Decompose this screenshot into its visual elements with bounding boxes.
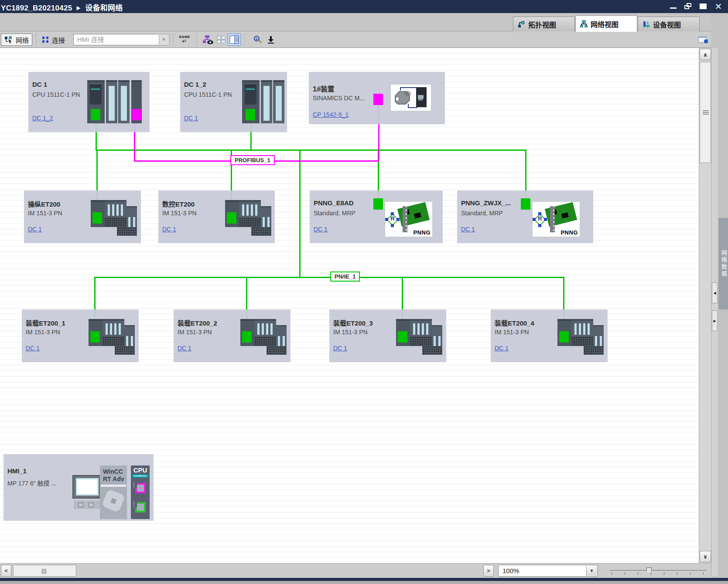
network-mode-label: 网络 (16, 35, 29, 44)
pn-port[interactable] (398, 331, 407, 343)
device-link[interactable]: DC 1 (333, 345, 347, 352)
pn-port[interactable] (90, 331, 100, 343)
device-link[interactable]: DC 1 (28, 226, 42, 233)
pn-port[interactable] (227, 212, 236, 224)
pnie-trunk-vertical[interactable] (299, 149, 301, 277)
device-link[interactable]: DC 1 (162, 226, 176, 233)
device-unit1[interactable]: 1#装置 SINAMICS DC M... CP 1542-5_1 (309, 72, 445, 124)
scroll-right-icon[interactable]: > (483, 565, 494, 577)
dp-port[interactable] (373, 94, 383, 105)
tab-topology-view[interactable]: 拓扑视图 (513, 17, 575, 31)
grid-view-button[interactable] (215, 34, 228, 46)
panel-splitter[interactable]: ◀ ▶ (711, 48, 718, 576)
device-dc1-2[interactable]: DC 1_2 CPU 1511C-1 PN DC 1 (180, 72, 287, 132)
show-addresses-icon (202, 35, 214, 44)
breadcrumb: YC1892_B20210425▶设备和网络 (1, 2, 123, 13)
pn-port[interactable] (92, 212, 102, 224)
scroll-up-icon[interactable]: ∧ (700, 49, 711, 60)
scroll-left-icon[interactable]: < (1, 565, 11, 577)
profibus-label[interactable]: PROFIBUS_1 (230, 155, 275, 165)
vertical-scrollbar[interactable]: ∧ ∨ (699, 48, 711, 563)
motor-drive-drawing (391, 85, 431, 111)
pn-port[interactable] (91, 109, 100, 120)
device-link[interactable]: DC 1 (178, 345, 191, 352)
vertical-scroll-thumb[interactable] (700, 62, 711, 163)
wincc-label: WinCC (103, 468, 127, 475)
device-pnng-e8ad[interactable]: PNNG_E8AD Standard, MRP DC 1 R PNNG (310, 190, 443, 243)
device-hmi-1[interactable]: HMI_1 MP 177 6" 触摸 ... WinCC RT Adv CPU … (3, 454, 154, 521)
pn-port[interactable] (559, 331, 569, 343)
device-zhuangzai-et200-4[interactable]: 装载ET200_4 IM 151-3 PN DC 1 (491, 309, 608, 362)
expand-left-icon[interactable]: ◀ (712, 282, 718, 303)
device-name: 装载ET200_3 (333, 318, 373, 327)
device-name: PNNG_ZWJX_... (461, 199, 511, 207)
tab-label: 拓扑视图 (528, 19, 556, 30)
zoom-slider[interactable] (610, 567, 707, 576)
pn-port[interactable] (373, 198, 383, 210)
assign-name-button[interactable]: NAME ↵ (176, 34, 193, 46)
dp-port[interactable] (132, 109, 141, 120)
connection-type-select[interactable]: HMI 连接 ▼ (73, 34, 169, 45)
pnie-label[interactable]: PN/IE_1 (330, 272, 360, 282)
pane-view-button[interactable] (228, 34, 241, 46)
et200-image (557, 317, 604, 355)
breadcrumb-page: 设备和网络 (85, 4, 123, 12)
save-window-settings-button[interactable] (264, 34, 277, 46)
et200-image (396, 317, 442, 355)
device-link[interactable]: DC 1 (184, 115, 198, 122)
zoom-in-button[interactable]: + (251, 34, 264, 46)
device-link[interactable]: DC 1 (495, 345, 509, 352)
device-dc1[interactable]: DC 1 CPU 1511C-1 PN DC 1_2 (28, 72, 150, 132)
scroll-down-icon[interactable]: ∨ (700, 551, 711, 562)
minimize-button[interactable] (669, 3, 679, 10)
device-zhuangzai-et200-1[interactable]: 装载ET200_1 IM 151-3 PN DC 1 (22, 309, 139, 362)
et200-image (240, 317, 287, 355)
horizontal-scroll-thumb[interactable] (13, 565, 76, 577)
device-name: 装载ET200_2 (178, 318, 217, 327)
network-canvas[interactable]: PROFIBUS_1 PN/IE_1 DC 1 CPU 1511C-1 PN D… (0, 48, 699, 563)
redundancy-icon: R (533, 213, 547, 226)
download-arrow-icon (267, 36, 274, 44)
pn-port[interactable] (521, 198, 530, 210)
pnng-card-image: R PNNG (385, 201, 433, 237)
network-view-icon (580, 20, 588, 27)
maximize-button[interactable] (698, 3, 709, 10)
zoom-in-icon: + (253, 35, 262, 44)
show-addresses-button[interactable] (202, 34, 215, 46)
chevron-down-icon[interactable]: ▼ (586, 566, 597, 576)
device-name: HMI_1 (7, 467, 27, 475)
device-et200-shukong[interactable]: 数控ET200 IM 151-3 PN DC 1 (158, 190, 275, 243)
pn-port[interactable] (135, 502, 146, 513)
hmi-cpu-module: CPU SIEMENS (131, 465, 150, 519)
pn-port[interactable] (246, 109, 255, 120)
siemens-label: SIEMENS (132, 474, 149, 478)
zoom-level-select[interactable]: 100% ▼ (498, 565, 598, 577)
network-mode-button[interactable]: 网络 (1, 34, 32, 46)
device-name: 1#装置 (313, 83, 335, 94)
device-zhuangzai-et200-3[interactable]: 装载ET200_3 IM 151-3 PN DC 1 (329, 309, 446, 362)
hmi-panel-image (72, 475, 103, 509)
topology-view-icon (518, 20, 525, 28)
pn-port[interactable] (242, 331, 252, 343)
chevron-down-icon[interactable]: ▼ (159, 35, 168, 44)
device-link[interactable]: DC 1 (314, 226, 328, 233)
device-link[interactable]: CP 1542-5_1 (313, 111, 349, 118)
pnie-bus-upper[interactable] (96, 149, 526, 151)
float-editor-button[interactable] (697, 34, 710, 46)
device-link[interactable]: DC 1_2 (32, 115, 53, 122)
network-data-panel-tab[interactable]: 网络数据 (718, 218, 728, 309)
tab-network-view[interactable]: 网络视图 (575, 15, 637, 32)
restore-button[interactable] (684, 3, 694, 10)
device-link[interactable]: DC 1 (461, 226, 475, 233)
device-link[interactable]: DC 1 (26, 345, 40, 352)
device-pnng-zwjx[interactable]: PNNG_ZWJX_... Standard, MRP DC 1 R PNNG (457, 190, 593, 243)
close-button[interactable]: ✕ (713, 3, 724, 10)
dp-port[interactable] (135, 483, 146, 493)
device-zhuangzai-et200-2[interactable]: 装载ET200_2 IM 151-3 PN DC 1 (174, 309, 291, 362)
hmi-screen (76, 478, 99, 496)
device-et200-caozong[interactable]: 操纵ET200 IM 151-3 PN DC 1 (24, 190, 141, 243)
pnie-bus-lower[interactable] (94, 277, 564, 278)
connections-button[interactable]: 连接 (38, 34, 68, 46)
tab-device-view[interactable]: 设备视图 (638, 17, 700, 31)
collapse-right-icon[interactable]: ▶ (712, 310, 718, 331)
